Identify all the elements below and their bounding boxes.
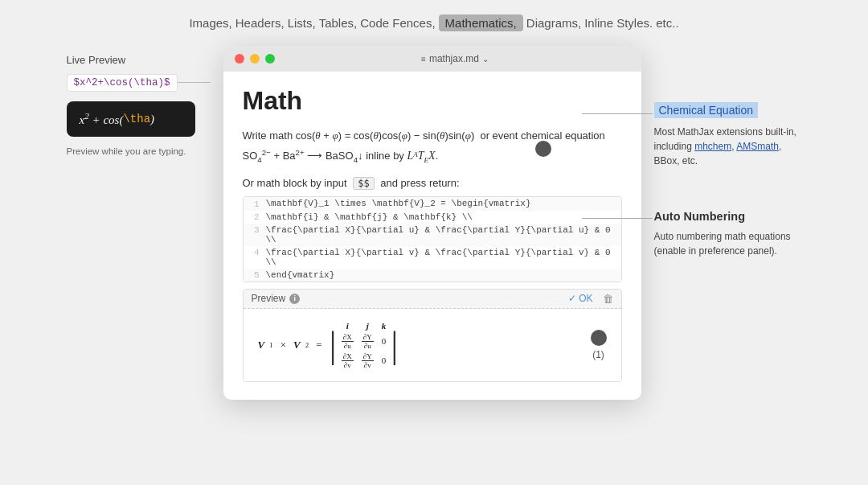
nav-diagrams[interactable]: Diagrams, bbox=[526, 16, 581, 30]
matrix-equation: V1 × V2 = | i j k ∂X ∂ bbox=[258, 321, 399, 369]
line-code-1: \mathbf{V}_1 \times \mathbf{V}_2 = \begi… bbox=[266, 199, 531, 209]
nav-images[interactable]: Images, bbox=[189, 16, 231, 30]
code-line-2: 2 \mathbf{i} & \mathbf{j} & \mathbf{k} \… bbox=[244, 211, 621, 224]
math-close: ) bbox=[150, 113, 154, 126]
math-x2: x2 + cos( bbox=[80, 111, 124, 127]
connector-line-autonumber bbox=[582, 218, 653, 219]
nav-headers[interactable]: Headers, bbox=[235, 16, 285, 30]
ss-badge: $$ bbox=[353, 177, 374, 190]
math-tha: \tha bbox=[123, 113, 150, 125]
line-num-3: 3 bbox=[244, 225, 266, 245]
line-num-5: 5 bbox=[244, 270, 266, 280]
preview-render-box: x2 + cos( \tha ) bbox=[67, 101, 195, 137]
nav-tables[interactable]: Tables, bbox=[319, 16, 358, 30]
preview-header-left: Preview i bbox=[252, 293, 301, 304]
title-text: mathjax.md bbox=[429, 53, 479, 64]
window-titlebar: ≡ mathjax.md ⌄ bbox=[223, 46, 641, 72]
code-line-3: 3 \frac{\partial X}{\partial u} & \frac{… bbox=[244, 224, 621, 246]
line-code-4: \frac{\partial X}{\partial v} & \frac{\p… bbox=[266, 248, 621, 267]
window-content: Math Write math cos(θ + φ) = cos(θ)cos(φ… bbox=[223, 72, 641, 400]
line-num-4: 4 bbox=[244, 248, 266, 267]
dot-yellow[interactable] bbox=[250, 54, 260, 64]
math-heading: Math bbox=[243, 86, 622, 116]
left-panel: Live Preview $x^2+\cos(\tha)$ x2 + cos( … bbox=[51, 46, 223, 166]
nav-lists[interactable]: Lists, bbox=[288, 16, 316, 30]
nav-inline-styles[interactable]: Inline Styles. bbox=[584, 16, 653, 30]
equation-number: (1) bbox=[592, 349, 604, 360]
ok-label: OK bbox=[579, 293, 592, 304]
or-text: Or math block by input bbox=[243, 177, 347, 189]
nav-mathematics[interactable]: Mathematics, bbox=[439, 14, 523, 31]
ok-button[interactable]: ✓ OK bbox=[568, 293, 592, 304]
dot-red[interactable] bbox=[235, 54, 244, 64]
description-paragraph: Write math cos(θ + φ) = cos(θ)cos(φ) − s… bbox=[243, 127, 622, 167]
connector-line-chemical bbox=[582, 113, 653, 114]
preview-label: Preview bbox=[252, 293, 286, 304]
auto-numbering-section: Auto Numbering Auto numbering math equat… bbox=[654, 194, 805, 258]
trash-icon[interactable]: 🗑 bbox=[603, 293, 613, 305]
preview-header-right: ✓ OK 🗑 bbox=[568, 293, 612, 305]
nav-etc[interactable]: etc.. bbox=[656, 16, 678, 30]
preview-sub-label: Preview while you are typing. bbox=[67, 145, 211, 158]
info-icon: i bbox=[289, 294, 300, 304]
top-nav: Images, Headers, Lists, Tables, Code Fen… bbox=[0, 0, 868, 38]
chemical-equation-label: Chemical Equation bbox=[654, 102, 759, 118]
chemical-equation-desc: Most MathJax extensions built-in, includ… bbox=[654, 125, 805, 168]
code-line-5: 5 \end{vmatrix} bbox=[244, 269, 621, 282]
or-line: Or math block by input $$ and press retu… bbox=[243, 177, 622, 190]
title-icon: ≡ bbox=[421, 55, 426, 64]
callout-circle-1 bbox=[535, 141, 551, 157]
line-num-2: 2 bbox=[244, 212, 266, 222]
code-block: 1 \mathbf{V}_1 \times \mathbf{V}_2 = \be… bbox=[243, 196, 622, 282]
preview-section: Preview i ✓ OK 🗑 V1 × bbox=[243, 289, 622, 382]
code-line-4: 4 \frac{\partial X}{\partial v} & \frac{… bbox=[244, 246, 621, 269]
live-preview-label: Live Preview bbox=[67, 54, 211, 66]
checkmark-icon: ✓ bbox=[568, 293, 576, 304]
equation-number-area: (1) bbox=[591, 330, 607, 360]
dot-green[interactable] bbox=[265, 54, 275, 64]
line-num-1: 1 bbox=[244, 199, 266, 209]
right-panel: Chemical Equation Most MathJax extension… bbox=[641, 46, 818, 266]
and-press-text: and press return: bbox=[380, 177, 459, 189]
preview-body: V1 × V2 = | i j k ∂X ∂ bbox=[244, 309, 621, 381]
main-area: Live Preview $x^2+\cos(\tha)$ x2 + cos( … bbox=[0, 38, 868, 400]
line-code-3: \frac{\partial X}{\partial u} & \frac{\p… bbox=[266, 225, 621, 245]
title-chevron: ⌄ bbox=[482, 55, 489, 64]
preview-header: Preview i ✓ OK 🗑 bbox=[244, 290, 621, 309]
app-window: ≡ mathjax.md ⌄ Math Write math cos(θ + φ… bbox=[223, 46, 641, 400]
divider-line: $x^2+\cos(\tha)$ bbox=[67, 74, 211, 92]
window-title: ≡ mathjax.md ⌄ bbox=[280, 53, 630, 64]
chemical-equation-section: Chemical Equation Most MathJax extension… bbox=[654, 54, 805, 168]
auto-numbering-label: Auto Numbering bbox=[654, 210, 805, 223]
line-code-5: \end{vmatrix} bbox=[266, 270, 335, 280]
callout-circle-2 bbox=[591, 330, 607, 346]
input-value-text: $x^2+\cos(\tha)$ bbox=[74, 77, 170, 88]
input-display: $x^2+\cos(\tha)$ bbox=[67, 74, 178, 92]
auto-numbering-desc: Auto numbering math equations (enable in… bbox=[654, 229, 805, 258]
line-code-2: \mathbf{i} & \mathbf{j} & \mathbf{k} \\ bbox=[266, 212, 473, 222]
nav-code-fences[interactable]: Code Fences, bbox=[360, 16, 435, 30]
code-line-1: 1 \mathbf{V}_1 \times \mathbf{V}_2 = \be… bbox=[244, 197, 621, 211]
